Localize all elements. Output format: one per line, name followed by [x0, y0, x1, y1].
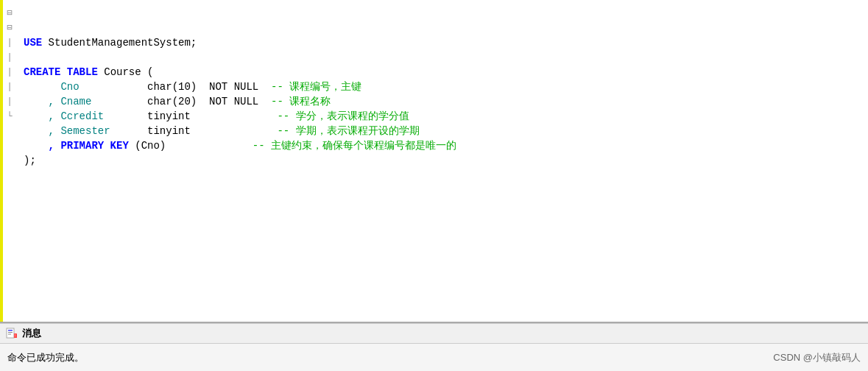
code-token: , Semester	[24, 124, 110, 138]
gutter-mark: ⊟	[4, 21, 15, 35]
code-content[interactable]: USE StudentManagementSystem; CREATE TABL…	[16, 0, 868, 322]
code-token: USE	[24, 35, 49, 50]
bottom-panel: ! 消息 命令已成功完成。 CSDN @小镇敲码人	[0, 323, 868, 371]
code-token: -- 课程编号，主键	[271, 80, 361, 94]
gutter: ⊟⊟|||||└	[3, 0, 16, 322]
code-line: , Ccredit tinyint -- 学分，表示课程的学分值	[24, 109, 861, 124]
code-token: , Cname	[24, 94, 91, 109]
gutter-mark: |	[4, 65, 15, 80]
success-message: 命令已成功完成。	[7, 351, 84, 364]
gutter-mark: |	[4, 35, 15, 50]
code-token: -- 主键约束，确保每个课程编号都是唯一的	[253, 138, 456, 153]
gutter-mark: |	[4, 94, 15, 109]
gutter-mark: └	[4, 109, 15, 124]
message-header: ! 消息	[0, 324, 868, 344]
code-token: -- 学分，表示课程的学分值	[277, 109, 409, 124]
code-token: StudentManagementSystem;	[49, 35, 197, 50]
editor-area[interactable]: ⊟⊟|||||└ USE StudentManagementSystem; CR…	[0, 0, 868, 323]
code-line	[24, 50, 861, 65]
code-line: CREATE TABLE Course (	[24, 65, 861, 80]
code-token: char(20) NOT NULL	[91, 94, 271, 109]
main-container: ⊟⊟|||||└ USE StudentManagementSystem; CR…	[0, 0, 868, 371]
gutter-mark: ⊟	[4, 6, 15, 21]
message-icon: !	[6, 328, 18, 339]
code-line: );	[24, 153, 861, 168]
code-token: tinyint	[110, 124, 278, 138]
gutter-mark: |	[4, 50, 15, 65]
code-token: );	[24, 153, 36, 168]
code-token: TABLE	[67, 65, 104, 80]
code-line: , PRIMARY KEY (Cno) -- 主键约束，确保每个课程编号都是唯一…	[24, 138, 861, 153]
svg-text:!: !	[15, 333, 15, 338]
code-token: -- 学期，表示课程开设的学期	[277, 124, 419, 138]
code-token: Cno	[24, 80, 80, 94]
code-token: -- 课程名称	[271, 94, 331, 109]
code-token: Course (	[104, 65, 153, 80]
code-token: , PRIMARY KEY	[24, 138, 129, 153]
code-token: CREATE	[24, 65, 67, 80]
svg-rect-1	[8, 330, 13, 331]
code-line: USE StudentManagementSystem;	[24, 35, 861, 50]
code-line: Cno char(10) NOT NULL -- 课程编号，主键	[24, 80, 861, 94]
code-token: char(10) NOT NULL	[80, 80, 271, 94]
code-line: , Cname char(20) NOT NULL -- 课程名称	[24, 94, 861, 109]
code-line: , Semester tinyint -- 学期，表示课程开设的学期	[24, 124, 861, 138]
gutter-mark: |	[4, 80, 15, 94]
svg-rect-3	[8, 334, 11, 335]
code-token: , Ccredit	[24, 109, 104, 124]
svg-rect-2	[8, 332, 13, 333]
code-token: (Cno)	[129, 138, 253, 153]
watermark: CSDN @小镇敲码人	[773, 351, 861, 364]
code-token: tinyint	[104, 109, 277, 124]
message-title: 消息	[22, 327, 41, 340]
svg-rect-0	[7, 328, 14, 338]
message-body: 命令已成功完成。 CSDN @小镇敲码人	[0, 344, 868, 371]
